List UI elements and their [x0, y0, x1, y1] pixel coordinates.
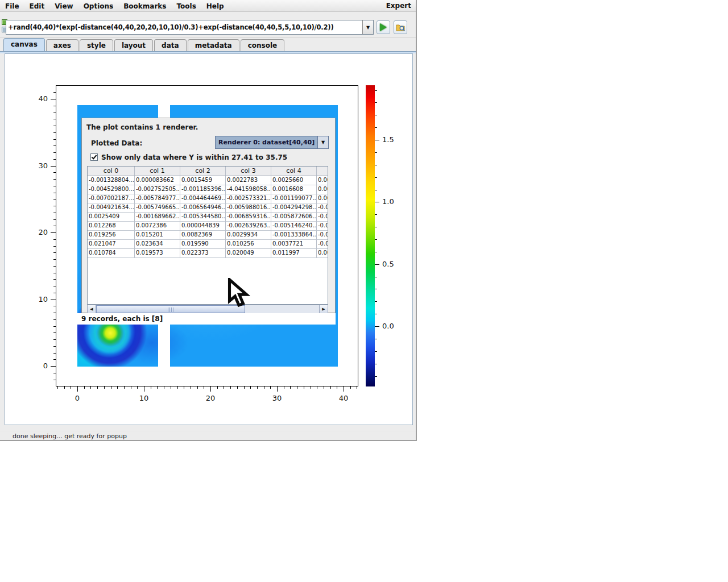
table-row[interactable]: 0.0025409-0.001689662...-0.005344580...-…	[88, 213, 328, 222]
table-cell: -0.001689662...	[135, 213, 180, 222]
table-cell: 0.019573	[135, 249, 180, 258]
menu-tools[interactable]: Tools	[171, 1, 201, 13]
inspect-uri-button[interactable]	[394, 20, 407, 34]
combo-arrow-button[interactable]: ▼	[317, 136, 328, 148]
window-edge-bottom	[0, 440, 417, 441]
table-row[interactable]: 0.0192560.0152010.00823690.0029934-0.001…	[88, 231, 328, 240]
table-cell: -0.002573321...	[226, 194, 271, 203]
table-cell: -0.005784977...	[135, 194, 180, 203]
popup-message: The plot contains 1 renderer.	[86, 123, 198, 131]
tab-style[interactable]: style	[80, 39, 113, 51]
table-cell: 0.0025409	[88, 213, 135, 222]
column-header[interactable]: col 4	[271, 167, 317, 176]
table-cell: 0.000083662	[135, 176, 180, 185]
tab-metadata[interactable]: metadata	[188, 39, 239, 51]
table-cell: 0.0082369	[180, 231, 226, 240]
menu-file[interactable]: File	[0, 1, 24, 13]
expert-mode-label[interactable]: Expert	[386, 2, 411, 10]
table-cell: 0.015201	[135, 231, 180, 240]
folder-search-icon	[396, 23, 406, 32]
table-row[interactable]: 0.0210470.0236340.0195900.0102560.003772…	[88, 240, 328, 249]
table-cell: -0.006859316...	[226, 213, 271, 222]
column-header[interactable]: col 2	[180, 167, 226, 176]
table-cell: 0.0016608	[271, 185, 317, 194]
data-table[interactable]: col 0col 1col 2col 3col 4 -0.001328804..…	[87, 166, 328, 305]
table-row[interactable]: 0.0122680.00723860.000044839-0.002639263…	[88, 222, 328, 231]
table-cell: -0.005146240...	[271, 222, 317, 231]
colorbar[interactable]	[366, 85, 375, 386]
scrollbar-thumb[interactable]	[96, 305, 245, 313]
autoplot-window: FileEditViewOptionsBookmarksToolsHelp Ex…	[0, 0, 417, 441]
table-cell: 0.022373	[180, 249, 226, 258]
table-cell: -0.004464469...	[180, 194, 226, 203]
table-cell: 0.020049	[226, 249, 271, 258]
tab-layout[interactable]: layout	[114, 39, 153, 51]
table-row[interactable]: -0.007002187...-0.005784977...-0.0044644…	[88, 194, 328, 203]
menu-help[interactable]: Help	[201, 1, 229, 13]
table-cell: -0.0	[317, 231, 328, 240]
table-cell: -0.004921634...	[88, 203, 135, 213]
go-button[interactable]	[377, 20, 390, 34]
menu-view[interactable]: View	[49, 1, 78, 13]
table-cell: 0.0037721	[271, 240, 317, 249]
table-cell: 0.0015459	[180, 176, 226, 185]
scroll-right-button[interactable]: ▶	[319, 305, 328, 313]
chevron-down-icon: ▼	[366, 25, 370, 30]
table-cell: -0.004529800...	[88, 185, 135, 194]
triangle-left-icon: ◀	[90, 307, 93, 311]
table-row[interactable]: -0.004921634...-0.005749665...-0.0065649…	[88, 203, 328, 213]
menu-items: FileEditViewOptionsBookmarksToolsHelp	[0, 0, 229, 11]
menu-edit[interactable]: Edit	[24, 1, 50, 13]
table-cell: 0.019256	[88, 231, 135, 240]
table-cell: -0.007002187...	[88, 194, 135, 203]
tab-data[interactable]: data	[154, 39, 187, 51]
table-cell: -0.001333864...	[271, 231, 317, 240]
uri-input[interactable]	[6, 20, 362, 34]
table-cell: -0.001199077...	[271, 194, 317, 203]
table-cell: 0.021047	[88, 240, 135, 249]
table-cell: 0.019590	[180, 240, 226, 249]
table-cell: 0.00	[317, 249, 328, 258]
status-gap	[0, 425, 417, 431]
table-cell: 0.010256	[226, 240, 271, 249]
table-cell: -0.001328804...	[88, 176, 135, 185]
column-header[interactable]: col 3	[226, 167, 271, 176]
uri-toolbar: ▼	[0, 12, 417, 38]
table-cell: 0.010784	[88, 249, 135, 258]
table-cell: 0.0022783	[226, 176, 271, 185]
table-cell: -0.002639263...	[226, 222, 271, 231]
table-row[interactable]: 0.0107840.0195730.0223730.0200490.011997…	[88, 249, 328, 258]
chevron-down-icon: ▼	[321, 140, 325, 145]
tab-console[interactable]: console	[241, 39, 285, 51]
renderer-select-value: Renderer 0: dataset[40,40] (dimension...	[216, 136, 317, 148]
table-cell: 0.011997	[271, 249, 317, 258]
triangle-right-icon: ▶	[322, 307, 325, 311]
menu-bookmarks[interactable]: Bookmarks	[118, 1, 171, 13]
scroll-left-button[interactable]: ◀	[88, 305, 96, 313]
uri-dropdown-button[interactable]: ▼	[362, 20, 373, 34]
column-header[interactable]: col 1	[135, 167, 180, 176]
status-text: done sleeping... get ready for popup	[13, 433, 127, 440]
table-cell: -0.004294298...	[271, 203, 317, 213]
menu-options[interactable]: Options	[78, 1, 119, 13]
table-cell: 0.0025660	[271, 176, 317, 185]
table-row[interactable]: -0.001328804...0.0000836620.00154590.002…	[88, 176, 328, 185]
renderer-select[interactable]: Renderer 0: dataset[40,40] (dimension...…	[215, 136, 329, 149]
column-header[interactable]	[317, 167, 328, 176]
window-edge-right	[416, 0, 417, 441]
arrow-cursor-icon	[227, 278, 251, 312]
table-row[interactable]: -0.004529800...-0.002752505...-0.0011853…	[88, 185, 328, 194]
table-cell: -4.041598058...	[226, 185, 271, 194]
plotted-data-label: Plotted Data:	[91, 139, 142, 147]
table-cell: -0.006564946...	[180, 203, 226, 213]
horizontal-scrollbar[interactable]: ◀ ▶	[87, 305, 328, 314]
table-cell: -0.005749665...	[135, 203, 180, 213]
table-cell: -0.005872606...	[271, 213, 317, 222]
menu-bar: FileEditViewOptionsBookmarksToolsHelp Ex…	[0, 0, 417, 12]
tab-axes[interactable]: axes	[46, 39, 78, 51]
filter-checkbox[interactable]	[90, 153, 98, 161]
tab-canvas[interactable]: canvas	[3, 38, 45, 51]
column-header[interactable]: col 0	[88, 167, 135, 176]
uri-combo-box: ▼	[6, 20, 374, 35]
mouse-cursor	[227, 278, 251, 314]
